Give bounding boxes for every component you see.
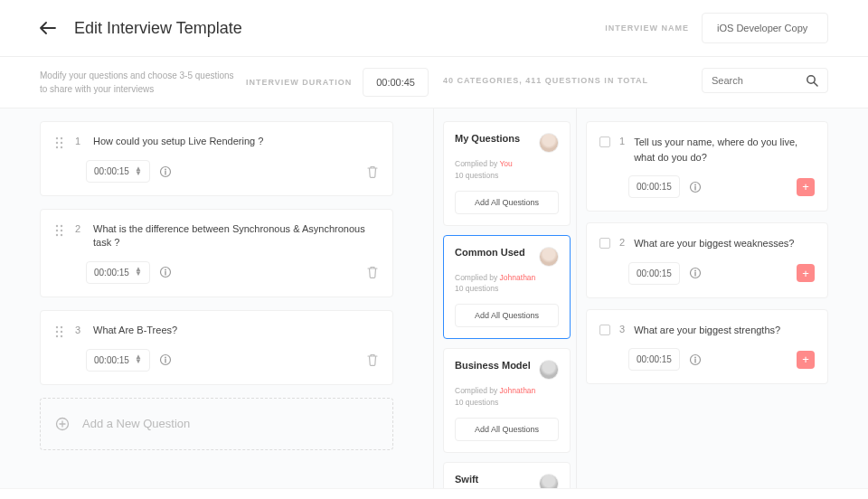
pool-question-text: What are your biggest strengths? <box>634 323 815 338</box>
question-card: 1 How could you setup Live Rendering ? 0… <box>40 121 393 196</box>
svg-point-25 <box>61 335 62 337</box>
header: Edit Interview Template Interview Name <box>0 0 868 57</box>
svg-line-1 <box>814 82 817 86</box>
time-value: 00:00:15 <box>94 166 129 176</box>
time-value: 00:00:15 <box>637 182 672 192</box>
svg-point-12 <box>61 225 62 227</box>
question-card: 3 What Are B-Trees? 00:00:15▲▼ <box>40 310 393 385</box>
pool-question-card: 1 Tell us your name, where do you live, … <box>586 121 828 212</box>
svg-point-33 <box>694 184 696 185</box>
subheader: Modify your questions and choose 3-5 que… <box>0 57 868 108</box>
avatar <box>539 133 559 153</box>
svg-point-16 <box>61 234 62 236</box>
hint-text: Modify your questions and choose 3-5 que… <box>40 69 239 96</box>
delete-button[interactable] <box>367 266 378 278</box>
drag-handle-icon[interactable] <box>55 137 64 149</box>
info-icon[interactable] <box>689 267 702 279</box>
svg-point-11 <box>56 225 58 227</box>
avatar <box>539 360 559 380</box>
category-title: Common Used <box>455 247 525 258</box>
time-input[interactable]: 00:00:15▲▼ <box>86 261 150 284</box>
time-stepper[interactable]: ▲▼ <box>135 355 142 364</box>
info-icon[interactable] <box>159 165 172 178</box>
drag-handle-icon[interactable] <box>55 224 64 237</box>
duration-wrap: Interview Duration 00:00:45 <box>246 68 429 97</box>
svg-point-39 <box>694 356 696 358</box>
category-title: My Questions <box>455 133 520 144</box>
checkbox[interactable] <box>599 137 610 147</box>
svg-point-36 <box>694 270 696 272</box>
svg-point-2 <box>56 137 58 139</box>
time-value: 00:00:15 <box>94 268 129 278</box>
main: 1 How could you setup Live Rendering ? 0… <box>0 108 868 488</box>
checkbox[interactable] <box>599 238 610 249</box>
pool-question-number: 1 <box>619 136 625 146</box>
question-text: What is the difference between Synchrono… <box>93 222 378 250</box>
info-icon[interactable] <box>689 353 702 366</box>
avatar <box>539 247 559 267</box>
search-input[interactable] <box>712 75 806 86</box>
category-meta: Complied by Johnathan10 questions <box>455 385 559 409</box>
category-card[interactable]: Swift Complied by Tien10 questions <box>443 462 571 489</box>
pool-question-card: 3 What are your biggest strengths? 00:00… <box>586 309 828 385</box>
svg-point-22 <box>56 331 58 333</box>
category-card[interactable]: My Questions Complied by You10 questions… <box>443 121 571 226</box>
subheader-right: 40 categories, 411 questions in total <box>443 68 828 93</box>
category-card[interactable]: Business Model Complied by Johnathan10 q… <box>443 348 571 453</box>
category-title: Swift <box>455 474 478 485</box>
category-meta: Complied by Johnathan10 questions <box>455 272 559 296</box>
interview-name-label: Interview Name <box>605 24 689 33</box>
subheader-left: Modify your questions and choose 3-5 que… <box>40 68 429 97</box>
question-text: How could you setup Live Rendering ? <box>93 135 378 148</box>
time-display: 00:00:15 <box>628 348 680 371</box>
question-card: 2 What is the difference between Synchro… <box>40 209 393 297</box>
category-title: Business Model <box>455 360 531 371</box>
svg-point-27 <box>165 357 166 359</box>
category-card[interactable]: Common Used Complied by Johnathan10 ques… <box>443 235 571 340</box>
svg-point-5 <box>61 142 62 144</box>
time-stepper[interactable]: ▲▼ <box>135 268 142 277</box>
info-icon[interactable] <box>159 266 172 278</box>
svg-point-15 <box>56 234 58 236</box>
search-box[interactable] <box>702 68 828 93</box>
time-input[interactable]: 00:00:15▲▼ <box>86 349 150 372</box>
plus-circle-icon <box>55 417 70 431</box>
drag-handle-icon[interactable] <box>55 325 64 338</box>
duration-value: 00:00:45 <box>363 68 429 97</box>
add-question-button[interactable]: Add a New Question <box>40 398 393 450</box>
time-stepper[interactable]: ▲▼ <box>135 167 142 176</box>
info-icon[interactable] <box>689 181 702 193</box>
add-question-button[interactable]: + <box>797 351 815 369</box>
svg-point-21 <box>61 326 62 328</box>
back-arrow-icon[interactable] <box>40 22 56 34</box>
svg-point-24 <box>56 335 58 337</box>
time-input[interactable]: 00:00:15▲▼ <box>86 160 150 183</box>
delete-button[interactable] <box>367 165 378 178</box>
add-all-button[interactable]: Add All Questions <box>455 191 559 214</box>
checkbox[interactable] <box>599 325 610 335</box>
header-right: Interview Name <box>605 13 828 43</box>
stats-text: 40 categories, 411 questions in total <box>443 76 648 85</box>
svg-point-14 <box>61 230 62 231</box>
svg-point-23 <box>61 331 62 333</box>
svg-point-6 <box>56 146 58 148</box>
pool-question-text: What are your biggest weaknesses? <box>634 236 815 251</box>
categories-column: My Questions Complied by You10 questions… <box>434 108 577 488</box>
delete-button[interactable] <box>367 353 378 366</box>
svg-point-18 <box>165 269 166 271</box>
add-all-button[interactable]: Add All Questions <box>455 418 559 441</box>
add-all-button[interactable]: Add All Questions <box>455 304 559 327</box>
svg-point-9 <box>165 168 166 170</box>
svg-point-3 <box>61 137 62 139</box>
info-icon[interactable] <box>159 353 172 366</box>
time-value: 00:00:15 <box>94 355 129 365</box>
author-name: Johnathan <box>500 386 536 395</box>
interview-name-input[interactable] <box>702 13 828 43</box>
add-question-button[interactable]: + <box>797 178 815 196</box>
pool-column: 1 Tell us your name, where do you live, … <box>577 108 868 488</box>
duration-label: Interview Duration <box>246 78 352 87</box>
avatar <box>539 474 559 489</box>
author-name: You <box>499 159 512 168</box>
add-question-button[interactable]: + <box>797 264 815 282</box>
question-number: 3 <box>75 325 82 335</box>
